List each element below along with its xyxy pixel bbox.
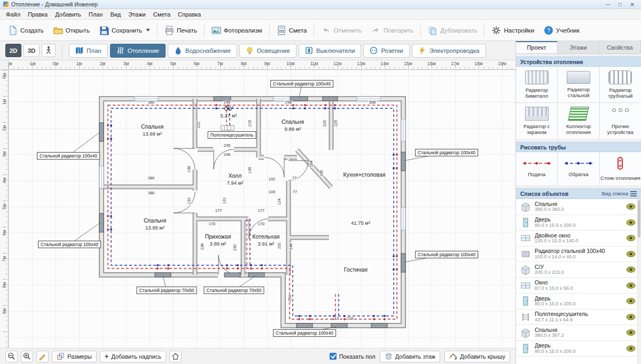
visibility-eye-icon[interactable] [626, 345, 636, 352]
help-button[interactable]: ?Учебник [539, 23, 584, 38]
tab-socket[interactable]: Розетки [363, 44, 409, 58]
device-item[interactable]: Прочие устройства [600, 103, 641, 139]
device-item[interactable]: Радиатор с экраном [516, 103, 557, 139]
measure-button[interactable] [36, 351, 49, 362]
mode-3d-button[interactable]: 3D [24, 44, 40, 57]
show-floor-checkbox[interactable] [330, 353, 337, 360]
room-icon [520, 264, 531, 275]
menu-item[interactable]: Добавить [51, 10, 85, 19]
object-list-item[interactable]: Дверь80.0 x 15.0 x 200.0 [516, 215, 641, 231]
view-toolbar: 2D 3D ПланОтоплениеВодоснабжениеОсвещени… [0, 41, 515, 60]
panel-tab[interactable]: Проект [516, 41, 558, 53]
print-button[interactable]: Печать [160, 23, 202, 38]
menu-item[interactable]: Правка [24, 10, 51, 19]
tab-plan[interactable]: План [69, 44, 108, 58]
visibility-eye-icon[interactable] [626, 219, 636, 226]
object-list-item[interactable]: Радиатор стальной 100x40100.0 x 14.0 x 4… [516, 247, 641, 263]
device-item[interactable]: Радиатор стальной [558, 67, 599, 102]
close-button[interactable]: ✕ [630, 2, 635, 7]
menu-item[interactable]: Файл [2, 10, 24, 19]
maximize-button[interactable]: □ [619, 2, 622, 7]
heating-icon [116, 46, 124, 54]
ruler-tick: 9м [2, 308, 7, 314]
new-file-button[interactable]: Создать [3, 23, 49, 38]
zoom-in-button[interactable] [21, 351, 33, 362]
bimetal-icon [525, 70, 549, 84]
redo-button[interactable]: Повторить [366, 23, 418, 38]
mode-2d-button[interactable]: 2D [5, 44, 21, 57]
object-list-item[interactable]: Спальня380.0 x 367.2 [516, 325, 641, 341]
menu-item[interactable]: Справка [174, 10, 205, 19]
ruler-tick: 4м [147, 61, 153, 66]
menu-item[interactable]: Этажи [124, 10, 149, 19]
visibility-eye-icon[interactable] [626, 266, 636, 273]
device-item[interactable]: Радиатор биметалл [516, 67, 557, 102]
pipe-tool-supply[interactable]: Подача [516, 152, 557, 185]
ruler-tick: 14м [380, 61, 388, 66]
tab-wiring[interactable]: Электропроводка [412, 44, 486, 58]
plan-icon [75, 46, 83, 54]
visibility-eye-icon[interactable] [626, 250, 636, 258]
open-folder-button[interactable]: Открыть [49, 23, 95, 38]
tab-heating[interactable]: Отопление [110, 44, 166, 58]
pipe-tool-riser[interactable]: Стояк отопления [600, 152, 641, 185]
floor-plan-canvas[interactable]: Спальня13.68 м²С/У5.27 м²Спальня9.89 м²Х… [9, 70, 515, 348]
add-label-button[interactable]: + Добавить надпись [100, 351, 166, 362]
object-list-item[interactable]: Окно87.0 x 15.0 x 56.0 [516, 278, 641, 294]
settings-button[interactable]: Настройки [487, 23, 538, 38]
object-name: Радиатор стальной 100x40 [535, 248, 622, 255]
estimate-button[interactable]: Смета [272, 23, 312, 38]
screen-icon [525, 107, 549, 121]
scrollbar[interactable] [637, 199, 641, 364]
walk-mode-button[interactable] [42, 44, 56, 57]
device-item[interactable]: Коллектор отопления [558, 103, 599, 139]
visibility-eye-icon[interactable] [626, 234, 636, 242]
object-list-item[interactable]: С/У245.3 x 215.0 [516, 262, 641, 278]
ruler-tick: 7м [2, 256, 7, 262]
divider [314, 23, 314, 37]
ruler-tick: 8м [2, 282, 7, 288]
radiator-icon [520, 249, 531, 259]
undo-button[interactable]: Отменить [316, 23, 366, 38]
photo-button[interactable]: Фотореализм [207, 23, 267, 38]
duplicate-button[interactable]: Дублировать [423, 23, 482, 38]
save-button[interactable]: Сохранить [95, 23, 155, 38]
floor-plan-drawing [9, 70, 515, 348]
object-list-item[interactable]: Спальня380.0 x 360.0 [516, 199, 641, 215]
menu-item[interactable]: План [85, 10, 107, 19]
tab-light[interactable]: Освещение [239, 44, 296, 58]
visibility-eye-icon[interactable] [626, 203, 636, 210]
menu-item[interactable]: Смета [150, 10, 174, 19]
panel-tab[interactable]: Свойства [599, 41, 641, 53]
dimensions-button[interactable]: Размеры [52, 351, 97, 362]
home-view-button[interactable] [169, 351, 182, 362]
object-list-item[interactable]: Полотенцесушитель43.7 x 11.1 x 64.9 [516, 310, 641, 326]
object-list-item[interactable]: Дверь80.0 x 15.0 x 200.0 [516, 294, 641, 310]
visibility-eye-icon[interactable] [626, 329, 636, 336]
home-icon [171, 352, 179, 360]
pipe-tool-return[interactable]: Обратка [558, 152, 599, 185]
panel-tab[interactable]: Этажи [558, 41, 599, 53]
add-roof-button[interactable]: Добавить крышу [444, 351, 510, 362]
show-floor-toggle[interactable]: Показать пол [330, 353, 376, 360]
visibility-eye-icon[interactable] [626, 297, 636, 305]
visibility-eye-icon[interactable] [626, 282, 636, 289]
device-item[interactable]: Радиатор трубчатый [600, 67, 641, 102]
tab-switch[interactable]: Выключатели [299, 44, 362, 58]
menu-item[interactable]: Вид [106, 10, 124, 19]
collector-icon [568, 107, 589, 121]
ruler-tick: 3м [123, 61, 129, 66]
object-list-item[interactable]: Двойное окно130.0 x 15.0 x 140.0 [516, 231, 641, 247]
object-list-item[interactable]: Дверь80.0 x 15.0 x 200.0 [516, 341, 641, 357]
add-floor-button[interactable]: Добавить этаж [380, 351, 440, 362]
dropdown-arrow-icon[interactable] [146, 29, 150, 31]
tab-water[interactable]: Водоснабжение [168, 44, 237, 58]
object-size: 100.0 x 14.0 x 40.0 [535, 255, 622, 260]
ruler-tick: 19м [498, 61, 506, 66]
walk-person-icon [45, 46, 52, 56]
zoom-out-button[interactable] [5, 351, 18, 362]
visibility-eye-icon[interactable] [626, 313, 636, 321]
list-view-button[interactable]: Вид списка [602, 191, 637, 196]
minimize-button[interactable]: ─ [606, 2, 609, 7]
radiator-symbol [214, 97, 231, 101]
